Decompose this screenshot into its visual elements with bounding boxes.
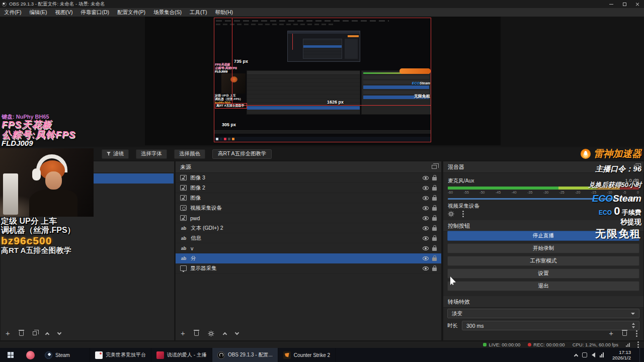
menu-edit[interactable]: 编辑(E) bbox=[25, 8, 51, 17]
preview-mini-eco-text: ECOSteam bbox=[412, 81, 430, 85]
duration-stepper[interactable] bbox=[632, 323, 635, 328]
stats-graph-icon[interactable] bbox=[626, 343, 630, 347]
duplicate-scene-button[interactable] bbox=[33, 331, 37, 335]
text-source-icon: ab bbox=[180, 236, 187, 241]
clock-time: 17:13 bbox=[612, 349, 631, 355]
source-row-display-capture[interactable]: 显示器采集 bbox=[176, 263, 441, 274]
lock-icon[interactable] bbox=[432, 187, 437, 191]
image-source-icon bbox=[180, 175, 187, 180]
menu-help[interactable]: 帮助(H) bbox=[211, 8, 237, 17]
volume-icon[interactable] bbox=[592, 352, 595, 357]
source-label: pwd bbox=[190, 215, 200, 221]
source-row-image[interactable]: 图像 bbox=[176, 193, 441, 203]
close-button[interactable] bbox=[631, 0, 644, 8]
taskbar-clock[interactable]: 17:13 2026/1/2 bbox=[608, 349, 635, 361]
move-source-down-button[interactable] bbox=[235, 330, 239, 334]
visibility-eye-icon[interactable] bbox=[423, 256, 429, 260]
tray-expand-icon[interactable] bbox=[574, 353, 578, 357]
show-desktop-button[interactable] bbox=[639, 348, 642, 362]
lock-icon[interactable] bbox=[432, 217, 437, 221]
select-color-button[interactable]: 选择颜色 bbox=[174, 149, 205, 159]
maximize-button[interactable] bbox=[618, 0, 631, 8]
remove-transition-button[interactable] bbox=[622, 331, 627, 336]
source-row-info[interactable]: ab 信息 bbox=[176, 233, 441, 243]
transition-select[interactable]: 淡变 bbox=[447, 309, 639, 318]
add-scene-button[interactable]: + bbox=[6, 330, 10, 336]
visibility-eye-icon[interactable] bbox=[423, 246, 429, 250]
preview-mini-free-text: 无限免租 bbox=[414, 94, 430, 99]
start-recording-button[interactable]: 开始录制 bbox=[447, 243, 639, 253]
menu-profile[interactable]: 配置文件(P) bbox=[113, 8, 149, 17]
device-more-options-icon[interactable] bbox=[462, 211, 464, 217]
person-torso bbox=[29, 190, 77, 217]
source-row-image2[interactable]: 图像 2 bbox=[176, 183, 441, 193]
visibility-eye-icon[interactable] bbox=[423, 206, 429, 210]
menu-docks[interactable]: 停靠窗口(D) bbox=[76, 8, 113, 17]
lock-icon[interactable] bbox=[432, 247, 437, 251]
lock-icon[interactable] bbox=[432, 177, 437, 180]
remove-source-button[interactable] bbox=[194, 331, 199, 336]
exit-button[interactable]: 退出 bbox=[447, 281, 639, 291]
preview-selected-text-source[interactable]: 高RT A五排全图教学 bbox=[215, 103, 247, 109]
minimize-button[interactable] bbox=[605, 0, 618, 8]
lock-icon[interactable] bbox=[432, 237, 437, 241]
menu-file[interactable]: 文件(F) bbox=[0, 8, 25, 17]
source-row-fen-selected[interactable]: ab 分 bbox=[176, 253, 441, 263]
network-icon[interactable] bbox=[600, 352, 604, 357]
visibility-eye-icon[interactable] bbox=[423, 176, 429, 180]
studio-mode-button[interactable]: 工作室模式 bbox=[447, 256, 639, 266]
statusbar-more-options-icon[interactable] bbox=[637, 341, 639, 348]
visibility-eye-icon[interactable] bbox=[423, 236, 429, 240]
filters-button[interactable]: 滤镜 bbox=[102, 149, 129, 159]
settings-button[interactable]: 设置 bbox=[447, 268, 639, 279]
preview-mini-toolbar bbox=[216, 24, 335, 25]
lock-icon[interactable] bbox=[432, 197, 437, 201]
source-row-v[interactable]: ab v bbox=[176, 243, 441, 253]
menu-tools[interactable]: 工具(T) bbox=[186, 8, 211, 17]
ecosteam-logo-text: ECOSteam bbox=[581, 193, 641, 204]
source-row-text-gdi2[interactable]: ab 文本 (GDI+) 2 bbox=[176, 223, 441, 233]
lock-icon[interactable] bbox=[432, 267, 437, 271]
crop-guide-vertical[interactable] bbox=[232, 18, 232, 105]
visibility-eye-icon[interactable] bbox=[423, 196, 429, 200]
popout-dock-icon[interactable] bbox=[432, 165, 437, 169]
obs-main-window: OBS 29.1.3 - 配置文件: 未命名 - 场景: 未命名 文件(F) 编… bbox=[0, 0, 644, 362]
source-properties-gear-icon[interactable] bbox=[208, 330, 214, 337]
move-scene-up-button[interactable] bbox=[45, 332, 49, 336]
source-row-image3[interactable]: 图像 3 bbox=[176, 173, 441, 183]
taskbar-app-perfect-world[interactable]: 完美世界竞技平台 bbox=[90, 348, 151, 362]
menu-view[interactable]: 视图(V) bbox=[51, 8, 76, 17]
visibility-eye-icon[interactable] bbox=[423, 266, 429, 270]
crop-guide-horizontal[interactable] bbox=[232, 105, 431, 106]
taskbar-app-steam[interactable]: Steam bbox=[40, 348, 90, 362]
text-source-icon: ab bbox=[180, 246, 187, 251]
taskbar-app-cs2[interactable]: Counter Strike 2 bbox=[278, 348, 336, 362]
pinned-app-icon[interactable] bbox=[26, 351, 35, 359]
text-content-field[interactable]: 高RT A五排全图教学 bbox=[212, 149, 272, 159]
device-settings-gear-icon[interactable] bbox=[448, 211, 454, 217]
transition-more-options-icon[interactable] bbox=[636, 330, 637, 337]
tray-app-icon[interactable] bbox=[582, 352, 587, 357]
visibility-eye-icon[interactable] bbox=[423, 186, 429, 190]
visibility-eye-icon[interactable] bbox=[423, 226, 429, 230]
lock-icon[interactable] bbox=[432, 227, 437, 231]
controls-panel-title: 控制按钮 bbox=[448, 222, 470, 230]
source-row-video-capture[interactable]: 视频采集设备 bbox=[176, 203, 441, 213]
remove-scene-button[interactable] bbox=[19, 331, 24, 336]
source-label: 图像 bbox=[190, 195, 201, 202]
add-transition-button[interactable]: + bbox=[609, 330, 613, 336]
move-scene-down-button[interactable] bbox=[57, 330, 61, 334]
visibility-eye-icon[interactable] bbox=[423, 216, 429, 220]
menu-scene-collection[interactable]: 场景集合(S) bbox=[149, 8, 186, 17]
preview-canvas[interactable]: 735 px 1626 px 305 px FPS天花板 公粽号:风铃FPS F… bbox=[214, 18, 431, 142]
start-button[interactable] bbox=[0, 348, 21, 362]
preview-mini-statusbar bbox=[214, 130, 431, 134]
taskbar-app-lover[interactable]: 说谎的爱人 - 主播 bbox=[151, 348, 212, 362]
add-source-button[interactable]: + bbox=[181, 330, 185, 336]
move-source-up-button[interactable] bbox=[223, 332, 227, 336]
lock-icon[interactable] bbox=[432, 257, 437, 261]
source-row-pwd[interactable]: pwd bbox=[176, 213, 441, 223]
select-font-button[interactable]: 选择字体 bbox=[136, 149, 167, 159]
lock-icon[interactable] bbox=[432, 207, 437, 211]
taskbar-app-obs[interactable]: OBS 29.1.3 - 配置... bbox=[212, 348, 278, 362]
